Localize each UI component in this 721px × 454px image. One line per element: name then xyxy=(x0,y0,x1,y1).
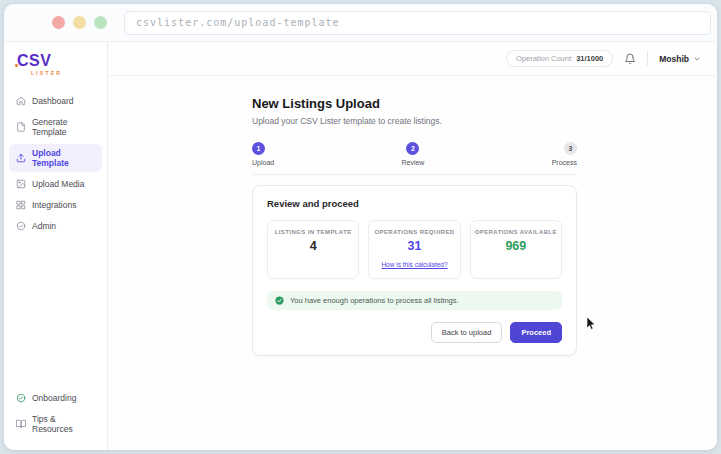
sidebar-item-dashboard[interactable]: Dashboard xyxy=(9,92,102,110)
image-icon xyxy=(16,179,26,189)
sidebar-item-onboarding[interactable]: Onboarding xyxy=(9,389,102,407)
sidebar-item-label: Integrations xyxy=(32,200,76,210)
success-banner-text: You have enough operations to process al… xyxy=(290,296,459,305)
url-text: csvlister.com/upload-template xyxy=(136,17,340,28)
stat-value: 4 xyxy=(270,239,356,253)
step-label: Upload xyxy=(252,159,274,166)
upload-icon xyxy=(16,153,26,163)
logo-accent-dot xyxy=(15,64,18,67)
bell-icon[interactable] xyxy=(624,53,636,65)
sidebar-footer: Onboarding Tips & Resources xyxy=(4,389,107,450)
card-actions: Back to upload Proceed xyxy=(267,322,562,343)
page-title: New Listings Upload xyxy=(252,96,717,111)
user-menu[interactable]: Moshib xyxy=(659,54,701,64)
logo-text: CSV xyxy=(17,53,62,69)
main-area: Operation Count: 31/1000 Moshib New List… xyxy=(108,42,717,450)
sidebar-item-label: Dashboard xyxy=(32,96,74,106)
operation-count-badge: Operation Count: 31/1000 xyxy=(506,50,613,67)
browser-window: csvlister.com/upload-template CSV LISTER… xyxy=(4,4,717,450)
stat-listings-in-template: LISTINGS IN TEMPLATE 4 xyxy=(267,220,359,279)
sidebar-nav: Dashboard Generate Template Upload Templ… xyxy=(4,92,107,235)
step-number: 2 xyxy=(406,142,419,155)
sidebar-item-upload-template[interactable]: Upload Template xyxy=(9,144,102,172)
stat-value: 969 xyxy=(473,239,559,253)
close-window-button[interactable] xyxy=(52,16,65,29)
circle-check-icon xyxy=(16,393,26,403)
user-name: Moshib xyxy=(659,54,689,64)
step-label: Review xyxy=(401,159,424,166)
chevron-down-icon xyxy=(693,55,701,63)
window-controls xyxy=(52,16,107,29)
stat-operations-available: OPERATIONS AVAILABLE 969 xyxy=(470,220,562,279)
sidebar-item-label: Admin xyxy=(32,221,56,231)
back-to-upload-button[interactable]: Back to upload xyxy=(431,322,503,343)
operation-count-value: 31/1000 xyxy=(576,54,603,63)
step-label: Process xyxy=(552,159,577,166)
sidebar-item-generate-template[interactable]: Generate Template xyxy=(9,113,102,141)
url-bar[interactable]: csvlister.com/upload-template xyxy=(124,11,711,35)
sidebar-item-upload-media[interactable]: Upload Media xyxy=(9,175,102,193)
stat-value: 31 xyxy=(371,239,457,253)
sidebar-item-label: Tips & Resources xyxy=(32,414,95,434)
success-banner: You have enough operations to process al… xyxy=(267,291,562,310)
sidebar: CSV LISTER Dashboard Generate Template U… xyxy=(4,42,108,450)
stat-operations-required: OPERATIONS REQUIRED 31 How is this calcu… xyxy=(368,220,460,279)
maximize-window-button[interactable] xyxy=(94,16,107,29)
book-icon xyxy=(16,419,26,429)
logo-subtext: LISTER xyxy=(17,70,62,76)
document-icon xyxy=(16,122,26,132)
home-icon xyxy=(16,96,26,106)
stat-label: LISTINGS IN TEMPLATE xyxy=(270,229,356,235)
step-number: 3 xyxy=(564,142,577,155)
step-review[interactable]: 2 Review xyxy=(401,142,424,166)
stepper: 1 Upload 2 Review 3 Process xyxy=(252,142,577,166)
sidebar-item-integrations[interactable]: Integrations xyxy=(9,196,102,214)
browser-chrome: csvlister.com/upload-template xyxy=(4,4,717,42)
sidebar-item-label: Upload Media xyxy=(32,179,84,189)
check-circle-icon xyxy=(275,296,284,305)
sidebar-item-admin[interactable]: Admin xyxy=(9,217,102,235)
proceed-button[interactable]: Proceed xyxy=(510,322,562,343)
app-logo: CSV LISTER xyxy=(4,42,62,76)
stepper-divider xyxy=(252,174,577,175)
review-card: Review and proceed LISTINGS IN TEMPLATE … xyxy=(252,185,577,356)
topbar-divider xyxy=(647,51,648,66)
circle-check-icon xyxy=(16,221,26,231)
stat-label: OPERATIONS AVAILABLE xyxy=(473,229,559,235)
page-subtitle: Upload your CSV Lister template to creat… xyxy=(252,116,717,126)
page-content: New Listings Upload Upload your CSV List… xyxy=(108,76,717,450)
stat-label: OPERATIONS REQUIRED xyxy=(371,229,457,235)
step-upload[interactable]: 1 Upload xyxy=(252,142,274,166)
operation-count-label: Operation Count: xyxy=(516,54,573,63)
sidebar-item-label: Onboarding xyxy=(32,393,76,403)
minimize-window-button[interactable] xyxy=(73,16,86,29)
topbar: Operation Count: 31/1000 Moshib xyxy=(108,42,717,76)
grid-icon xyxy=(16,200,26,210)
how-calculated-link[interactable]: How is this calculated? xyxy=(381,261,447,268)
stats-row: LISTINGS IN TEMPLATE 4 OPERATIONS REQUIR… xyxy=(267,220,562,279)
sidebar-item-label: Upload Template xyxy=(32,148,95,168)
sidebar-item-label: Generate Template xyxy=(32,117,95,137)
review-card-title: Review and proceed xyxy=(267,198,562,209)
step-process[interactable]: 3 Process xyxy=(552,142,577,166)
sidebar-item-tips-resources[interactable]: Tips & Resources xyxy=(9,410,102,438)
step-number: 1 xyxy=(252,142,265,155)
